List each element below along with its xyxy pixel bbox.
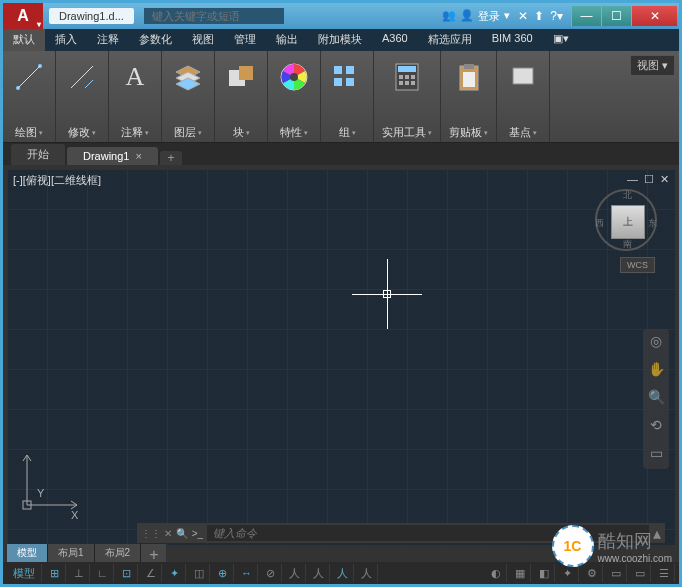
sb-anno3[interactable]: 人 [332,564,354,582]
svg-rect-17 [411,75,415,79]
panel-layers[interactable]: 图层 [162,51,215,142]
command-handle-icon[interactable]: ⋮⋮ ✕ [141,528,172,539]
panel-group[interactable]: 组 [321,51,374,142]
sb-dyn[interactable]: ↔ [236,564,258,582]
sb-grid[interactable]: ⊞ [44,564,66,582]
close-button[interactable]: ✕ [631,6,677,26]
tab-insert[interactable]: 插入 [45,29,87,51]
showmotion-icon[interactable]: ▭ [646,445,666,465]
wcs-dropdown[interactable]: WCS [620,257,655,273]
orbit-icon[interactable]: ⟲ [646,417,666,437]
svg-rect-9 [334,66,342,74]
sb-polar[interactable]: ⊡ [116,564,138,582]
exchange-icon[interactable]: ✕ [518,9,528,23]
tab-output[interactable]: 输出 [266,29,308,51]
svg-rect-12 [346,78,354,86]
viewcube[interactable]: 上 北 南 东 西 [595,189,657,251]
sb-lwt[interactable]: ⊘ [260,564,282,582]
tab-view[interactable]: 视图 [182,29,224,51]
block-icon [223,59,259,95]
ucs-icon[interactable]: Y X [17,445,87,519]
new-tab-button[interactable]: + [160,151,182,165]
svg-rect-6 [239,66,253,80]
sb-snap[interactable]: ⊥ [68,564,90,582]
svg-line-4 [85,80,93,88]
tab-parametric[interactable]: 参数化 [129,29,182,51]
pan-icon[interactable]: ✋ [646,361,666,381]
close-icon[interactable]: × [135,150,141,162]
svg-rect-10 [346,66,354,74]
panel-utilities[interactable]: 实用工具 [374,51,441,142]
sb-osnap[interactable]: ✦ [164,564,186,582]
layout-model[interactable]: 模型 [7,544,48,562]
panel-props[interactable]: 特性 [268,51,321,142]
start-tab[interactable]: 开始 [11,144,65,165]
sb-ws[interactable]: ◐ [485,564,507,582]
tab-addins[interactable]: 附加模块 [308,29,372,51]
sb-anno2[interactable]: 人 [308,564,330,582]
maximize-button[interactable]: ☐ [601,6,631,26]
app-window: A Drawing1.d... 👥 👤 登录 ▾ ✕ ⬆ ?▾ — ☐ ✕ 默认 [0,0,682,587]
panel-base[interactable]: 基点 [497,51,550,142]
ribbon-tabs: 默认 插入 注释 参数化 视图 管理 输出 附加模块 A360 精选应用 BIM… [3,29,679,51]
steering-wheel-icon[interactable]: ◎ [646,333,666,353]
sb-anno4[interactable]: 人 [356,564,378,582]
watermark-logo: 1C [552,525,594,567]
svg-rect-20 [411,81,415,85]
command-search-icon[interactable]: 🔍 [176,528,188,539]
drawing-tab[interactable]: Drawing1 × [67,147,158,165]
search-input[interactable] [144,8,284,24]
viewport-minimize[interactable]: — [627,173,638,186]
watermark: 1C 酷知网 www.coozhi.com [552,525,672,567]
layers-icon [170,59,206,95]
document-name[interactable]: Drawing1.d... [49,8,134,24]
layout-add-button[interactable]: + [141,544,166,562]
viewport-label[interactable]: [-][俯视][二维线框] [13,173,101,188]
viewport-close[interactable]: ✕ [660,173,669,186]
canvas[interactable]: Y X [7,169,675,545]
tab-bim360[interactable]: BIM 360 [482,29,543,51]
base-icon [505,59,541,95]
app-menu-button[interactable]: A [3,3,43,29]
command-prompt-icon: >_ [192,528,203,539]
zoom-icon[interactable]: 🔍 [646,389,666,409]
sb-otrack[interactable]: ⊕ [212,564,234,582]
tab-featured[interactable]: 精选应用 [418,29,482,51]
tab-default[interactable]: 默认 [3,29,45,51]
tab-expand[interactable]: ▣▾ [543,29,579,51]
help-icon[interactable]: ?▾ [550,9,563,23]
view-dropdown[interactable]: 视图 ▾ [630,55,675,76]
tab-annotate[interactable]: 注释 [87,29,129,51]
svg-rect-23 [463,72,475,87]
sb-iso[interactable]: ∠ [140,564,162,582]
tab-a360[interactable]: A360 [372,29,418,51]
svg-point-8 [290,73,298,81]
titlebar: A Drawing1.d... 👥 👤 登录 ▾ ✕ ⬆ ?▾ — ☐ ✕ [3,3,679,29]
person-icon: 👤 [460,9,474,24]
svg-rect-22 [464,64,474,69]
login-button[interactable]: 👥 👤 登录 ▾ [442,9,510,24]
layout-2[interactable]: 布局2 [95,544,142,562]
sb-anno1[interactable]: 人 [284,564,306,582]
sb-model[interactable]: 模型 [7,564,42,582]
sb-3dosnap[interactable]: ◫ [188,564,210,582]
panel-annotate[interactable]: A 注释 [109,51,162,142]
text-icon: A [117,59,153,95]
viewport-maximize[interactable]: ☐ [644,173,654,186]
panel-clipboard[interactable]: 剪贴板 [441,51,497,142]
svg-rect-19 [405,81,409,85]
sb-ortho[interactable]: ∟ [92,564,114,582]
drawing-area[interactable]: [-][俯视][二维线框] — ☐ ✕ Y X 上 北 南 东 西 [7,169,675,545]
tab-manage[interactable]: 管理 [224,29,266,51]
panel-draw[interactable]: 绘图 [3,51,56,142]
panel-block[interactable]: 块 [215,51,268,142]
pickbox [383,290,391,298]
minimize-button[interactable]: — [571,6,601,26]
color-wheel-icon [276,59,312,95]
share-icon[interactable]: ⬆ [534,9,544,23]
navigation-bar: ◎ ✋ 🔍 ⟲ ▭ [643,329,669,469]
panel-modify[interactable]: 修改 [56,51,109,142]
layout-1[interactable]: 布局1 [48,544,95,562]
clipboard-icon [451,59,487,95]
sb-monitor[interactable]: ▦ [509,564,531,582]
